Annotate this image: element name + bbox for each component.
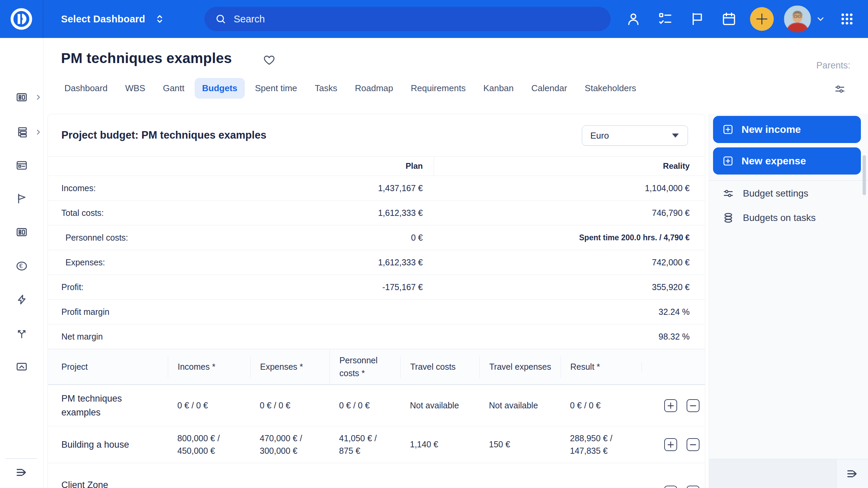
sidebar-board-icon[interactable] [16,159,28,171]
projects-table-header: Project Incomes * Expenses * Personnel c… [48,349,705,385]
avatar [784,5,811,33]
budgets-on-tasks-link[interactable]: Budgets on tasks [723,212,816,224]
travel-costs-cell: Not available [400,481,479,488]
dashboard-selector[interactable]: Select Dashboard [61,13,165,25]
calendar-button[interactable] [718,8,740,30]
app-logo[interactable] [0,0,43,38]
sidebar-expand-button[interactable] [15,466,28,479]
chevron-down-icon [815,14,826,24]
col-incomes: Incomes * [168,356,250,378]
project-name-link[interactable]: PM techniques examples [48,387,150,424]
calendar-icon [721,11,737,27]
plan-value: 1,612,333 € [378,208,423,218]
row-label: Profit margin [61,307,110,317]
boxed-plus-icon [722,155,734,167]
col-expenses: Expenses * [250,356,330,378]
budget-panel-header: Project budget: PM techniques examples E… [48,114,705,156]
checklist-icon [657,11,673,27]
person-icon [626,11,641,27]
project-name-link[interactable]: Client Zone Development and [48,473,150,488]
table-row: Building a house 800,000 € / 450,000 € 4… [48,426,705,463]
reality-percent: 98.32 % [658,332,690,342]
summary-header-row: Plan Reality [48,156,705,176]
sidebar-workflow-split-icon[interactable] [16,327,28,340]
tab-requirements[interactable]: Requirements [403,78,473,99]
tab-roadmap[interactable]: Roadmap [348,78,401,99]
apps-grid-button[interactable] [836,8,858,30]
right-sidebar-expand-button[interactable] [836,459,868,488]
summary-row-incomes: Incomes: 1,437,167 € 1,104,000 € [48,176,705,201]
sidebar-sprint-lightning-icon[interactable] [16,293,28,306]
add-row-button[interactable]: + [664,399,677,412]
sidebar-milestone-flag-icon[interactable] [16,192,28,205]
quick-add-button[interactable] [750,7,774,31]
tab-wbs[interactable]: WBS [118,78,153,99]
incomes-cell: 0 € / 0 € [168,394,250,417]
tab-gantt[interactable]: Gantt [155,78,192,99]
expenses-cell: 0 € / 0 € [250,481,330,488]
budget-title: Project budget: PM techniques examples [61,129,267,141]
personnel-costs-cell: 0 € / 0 € [330,394,400,417]
add-row-button[interactable]: + [664,486,677,488]
profile-button[interactable] [623,8,644,30]
incomes-cell: 800,000 € / 450,000 € [168,427,250,462]
tab-kanban[interactable]: Kanban [476,78,521,99]
sidebar-archive-tray-icon[interactable] [16,361,28,373]
tab-tasks[interactable]: Tasks [307,78,344,99]
tab-dashboard[interactable]: Dashboard [57,78,115,99]
tasks-button[interactable] [654,8,676,30]
flag-icon [689,11,705,27]
menu-arrow-right-icon [15,466,28,479]
page-scrollbar-thumb[interactable] [863,155,866,195]
search-input[interactable]: Search [204,7,611,31]
result-value: 0 € / 0 € [570,401,600,410]
plan-value: 0 € [411,233,423,243]
tab-budgets[interactable]: Budgets [195,78,245,99]
select-caret-icon [672,134,679,138]
app-window: Select Dashboard Search [0,0,868,488]
sidebar-dashboards-icon[interactable] [16,91,28,103]
flag-button[interactable] [686,8,708,30]
row-label: Personnel costs: [65,233,128,243]
summary-row-total-costs: Total costs: 1,612,333 € 746,790 € [48,201,705,225]
add-row-button[interactable]: + [664,438,677,451]
sidebar-budget-euro-icon[interactable]: € [16,260,28,272]
new-income-label: New income [742,124,801,135]
currency-select[interactable]: Euro [582,125,688,146]
page-filter-sliders-icon[interactable] [834,83,846,95]
row-label: Profit: [61,282,83,292]
plan-value: 1,437,167 € [378,183,423,193]
chevron-right-icon[interactable] [35,94,42,101]
budget-settings-link[interactable]: Budget settings [723,188,808,199]
favorite-heart-icon[interactable] [263,54,276,66]
chevron-right-icon[interactable] [35,128,42,136]
coin-stack-icon [723,212,734,224]
dashboard-selector-label: Select Dashboard [61,14,145,25]
new-income-button[interactable]: New income [713,116,861,143]
summary-row-expenses: Expenses: 1,612,333 € 742,000 € [48,250,705,275]
result-cell: 288,950 € / 147,835 € [560,427,642,462]
remove-row-button[interactable]: − [687,438,699,451]
col-travel-costs: Travel costs [400,356,479,378]
tab-spent-time[interactable]: Spent time [248,78,304,99]
tab-calendar[interactable]: Calendar [524,78,575,99]
user-menu[interactable] [784,5,826,33]
result-value: 288,950 € / 147,835 € [570,433,612,456]
svg-text:€: € [19,263,23,269]
project-name-link[interactable]: Building a house [48,433,150,456]
remove-row-button[interactable]: − [687,486,699,488]
left-sidebar: € [0,38,43,488]
row-label: Expenses: [65,258,105,267]
sidebar-modules-icon[interactable] [16,226,28,238]
remove-row-button[interactable]: − [687,399,699,412]
parents-label: Parents: [816,60,850,71]
tab-stakeholders[interactable]: Stakeholders [577,78,644,99]
new-expense-button[interactable]: New expense [713,147,861,175]
budget-settings-label: Budget settings [743,188,808,199]
result-cell: 0 € / 0 € [560,394,642,417]
travel-expenses-cell: 150 € [479,433,560,456]
expenses-cell: 0 € / 0 € [250,394,330,417]
sliders-icon [723,188,734,199]
summary-row-net-margin: Net margin 98.32 % [48,324,705,349]
sidebar-wbs-tree-icon[interactable] [16,126,28,138]
